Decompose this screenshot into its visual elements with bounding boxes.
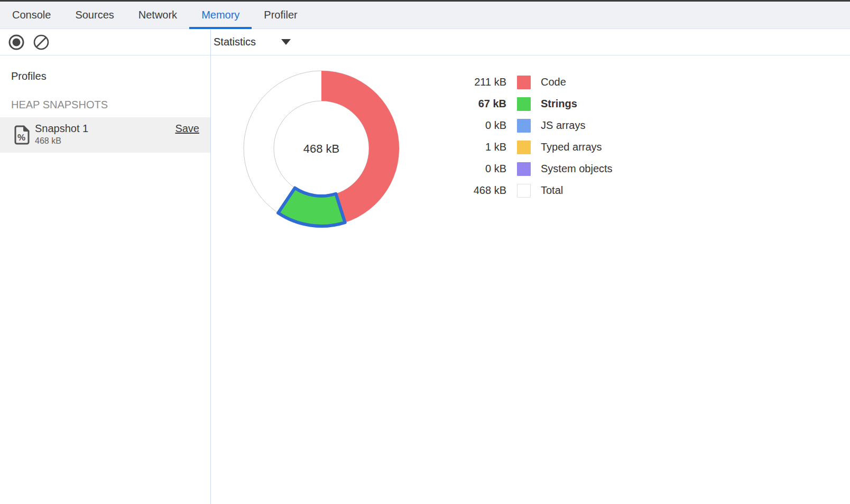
heap-snapshots-section-heading: HEAP SNAPSHOTS [11, 99, 108, 111]
legend-value: 0 kB [447, 163, 506, 175]
tab-network[interactable]: Network [126, 2, 189, 29]
legend-label: Strings [541, 98, 577, 110]
legend-value: 0 kB [447, 119, 506, 132]
legend-label: JS arrays [541, 119, 585, 132]
snapshot-title: Snapshot 1 [35, 123, 88, 135]
chart-legend: 211 kB Code 67 kB Strings 0 kB JS arrays… [447, 71, 613, 201]
chevron-down-icon [281, 39, 291, 45]
tab-sources[interactable]: Sources [63, 2, 126, 29]
tab-label: Memory [201, 9, 239, 21]
tab-memory[interactable]: Memory [189, 2, 252, 29]
legend-value: 1 kB [447, 141, 506, 153]
sidebar-item-snapshot-1[interactable]: % Snapshot 1 468 kB Save [0, 117, 210, 153]
legend-color-swatch [517, 162, 531, 176]
memory-toolbar: Statistics [0, 29, 850, 55]
donut-segment-strings[interactable] [278, 188, 345, 226]
legend-color-swatch [517, 76, 531, 89]
svg-text:%: % [17, 133, 25, 143]
legend-row-system-objects[interactable]: 0 kB System objects [447, 158, 613, 180]
heap-statistics-donut-chart: 468 kB [237, 64, 406, 233]
clear-profiles-button[interactable] [33, 34, 50, 51]
legend-row-total[interactable]: 468 kB Total [447, 180, 613, 201]
legend-value: 67 kB [447, 98, 506, 110]
save-snapshot-link[interactable]: Save [175, 123, 199, 135]
legend-row-strings[interactable]: 67 kB Strings [447, 93, 613, 115]
donut-center-total-label: 468 kB [303, 142, 340, 155]
perspective-select-value: Statistics [214, 36, 256, 48]
legend-color-swatch [517, 119, 531, 133]
legend-color-swatch [517, 97, 531, 111]
profiles-heading: Profiles [11, 70, 47, 82]
devtools-memory-panel: ConsoleSourcesNetworkMemoryProfiler Stat… [0, 0, 850, 504]
legend-color-swatch [517, 184, 531, 198]
clear-icon [33, 34, 50, 51]
legend-label: Total [541, 184, 563, 197]
statistics-view: 468 kB 211 kB Code 67 kB Strings 0 kB JS… [211, 55, 850, 504]
tab-label: Sources [75, 9, 114, 21]
record-icon [8, 34, 25, 51]
legend-color-swatch [517, 141, 531, 154]
record-heap-snapshot-button[interactable] [8, 34, 25, 51]
tab-profiler[interactable]: Profiler [252, 2, 309, 29]
heap-snapshot-document-icon: % [14, 125, 30, 147]
tab-label: Console [12, 9, 51, 21]
snapshot-size: 468 kB [35, 136, 61, 146]
tab-label: Profiler [264, 9, 297, 21]
devtools-tab-bar: ConsoleSourcesNetworkMemoryProfiler [0, 2, 850, 29]
legend-value: 468 kB [447, 184, 506, 197]
tab-label: Network [138, 9, 177, 21]
perspective-select[interactable]: Statistics [214, 29, 291, 55]
legend-label: Typed arrays [541, 141, 602, 153]
legend-row-code[interactable]: 211 kB Code [447, 71, 613, 93]
profiles-sidebar: Profiles HEAP SNAPSHOTS % Snapshot 1 468… [0, 55, 210, 504]
legend-label: System objects [541, 163, 613, 175]
legend-row-js-arrays[interactable]: 0 kB JS arrays [447, 115, 613, 136]
legend-row-typed-arrays[interactable]: 1 kB Typed arrays [447, 136, 613, 158]
legend-label: Code [541, 76, 566, 88]
tab-console[interactable]: Console [0, 2, 63, 29]
legend-value: 211 kB [447, 76, 506, 88]
